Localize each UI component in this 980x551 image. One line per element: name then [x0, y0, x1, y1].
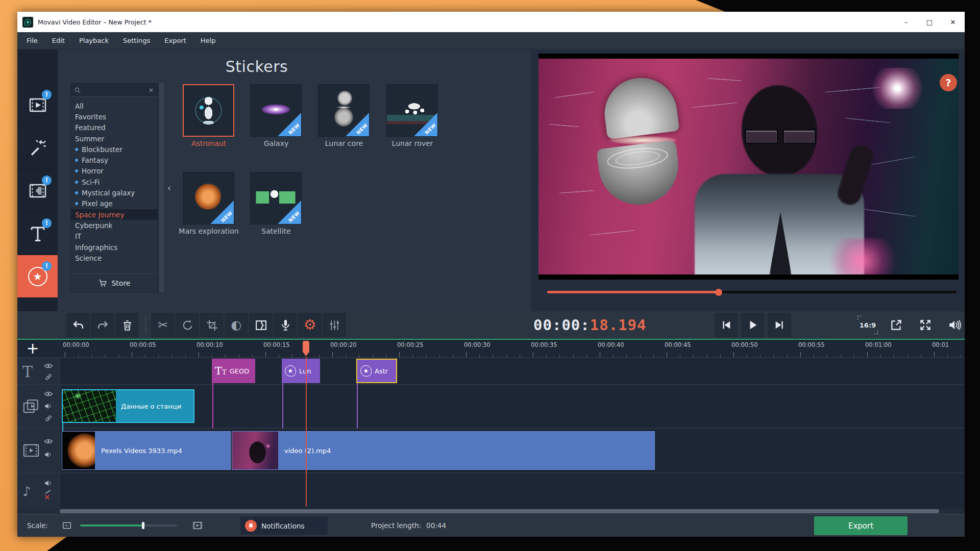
next-frame-button[interactable] — [768, 313, 791, 337]
sidebar-item-titles[interactable]: ! — [17, 212, 58, 255]
unlink-audio-icon[interactable]: ✕ — [44, 493, 51, 502]
play-button[interactable] — [741, 313, 765, 337]
menu-playback[interactable]: Playback — [72, 32, 116, 49]
undo-button[interactable] — [66, 313, 90, 337]
notifications-button[interactable]: Notifications — [240, 517, 328, 535]
audio-track-row: ♪ ✕ — [17, 472, 965, 509]
sticker-clip-lun[interactable]: ★ Lun — [282, 359, 320, 383]
detach-preview-button[interactable] — [887, 316, 906, 334]
color-adjust-button[interactable]: ◐ — [225, 313, 248, 337]
sidebar-item-transitions[interactable]: ! — [17, 169, 58, 212]
collapse-panel-button[interactable]: ‹ — [165, 83, 174, 292]
category-infographics[interactable]: Infographics — [71, 242, 158, 253]
search-input[interactable] — [81, 87, 148, 94]
title-track-icon: T — [22, 362, 33, 380]
volume-button[interactable] — [945, 316, 964, 334]
seek-bar[interactable] — [547, 291, 957, 293]
settings-button[interactable]: ⚙ — [298, 313, 322, 337]
video-clip-video2[interactable]: video (2).mp4 — [232, 431, 655, 470]
audio-track-header[interactable]: ♪ ✕ — [17, 473, 60, 509]
zoom-out-icon[interactable] — [60, 520, 74, 531]
overlay-track-header[interactable] — [17, 385, 60, 428]
title-track-header[interactable]: T — [17, 358, 60, 384]
sticker-clip-astr[interactable]: ★ Astr — [356, 359, 397, 383]
bullet-icon — [75, 169, 78, 172]
rotate-button[interactable] — [176, 313, 199, 337]
delete-button[interactable] — [115, 313, 139, 337]
menu-help[interactable]: Help — [193, 32, 223, 49]
scrollbar-thumb[interactable] — [60, 509, 939, 513]
category-it[interactable]: IT — [71, 231, 158, 242]
category-favorites[interactable]: Favorites — [71, 111, 158, 122]
clip-thumbnail — [62, 432, 95, 469]
category-label: Summer — [75, 135, 104, 143]
close-button[interactable]: ✕ — [941, 12, 965, 32]
speaker-icon[interactable] — [44, 479, 54, 488]
video-clip-pexels[interactable]: Pexels Videos 3933.mp4 — [62, 431, 231, 470]
aspect-ratio-button[interactable]: 16:9 — [857, 316, 878, 334]
link-icon[interactable] — [44, 414, 54, 423]
category-space-journey[interactable]: Space Journey — [71, 209, 158, 220]
category-summer[interactable]: Summer — [71, 133, 158, 144]
sidebar-item-filters[interactable] — [17, 127, 58, 169]
text-clip-geod[interactable]: TT GEOD — [212, 359, 255, 383]
speaker-icon[interactable] — [44, 402, 54, 411]
menu-edit[interactable]: Edit — [45, 32, 72, 49]
eye-icon[interactable] — [44, 390, 54, 399]
sticker-mars-exploration[interactable]: NEWMars exploration — [183, 172, 235, 236]
eye-icon[interactable] — [44, 437, 54, 446]
sticker-lunar-rover[interactable]: NEWLunar rover — [386, 84, 438, 148]
category-sci-fi[interactable]: Sci-Fi — [71, 177, 158, 187]
sticker-lunar-core[interactable]: NEWLunar core — [318, 84, 370, 148]
sticker-satellite[interactable]: NEWSatellite — [250, 172, 302, 236]
menu-export[interactable]: Export — [157, 32, 193, 49]
more-tools-button[interactable] — [323, 313, 346, 337]
category-mystical-galaxy[interactable]: Mystical galaxy — [71, 187, 158, 198]
redo-button[interactable] — [91, 313, 114, 337]
category-featured[interactable]: Featured — [71, 122, 158, 133]
category-pixel-age[interactable]: Pixel age — [71, 198, 158, 209]
category-blockbuster[interactable]: Blockbuster — [71, 144, 158, 155]
new-badge: NEW — [346, 113, 369, 136]
category-science[interactable]: Science — [71, 253, 158, 263]
ruler-tick — [867, 352, 868, 357]
category-horror[interactable]: Horror — [71, 166, 158, 177]
maximize-button[interactable]: □ — [918, 12, 941, 32]
speaker-icon[interactable] — [44, 450, 54, 460]
minimize-button[interactable]: – — [894, 12, 918, 32]
fullscreen-button[interactable] — [916, 316, 935, 334]
add-track-button[interactable] — [22, 340, 43, 357]
menu-settings[interactable]: Settings — [116, 32, 157, 49]
sticker-galaxy[interactable]: NEWGalaxy — [250, 84, 302, 148]
sidebar-item-stickers[interactable]: ★ ! — [17, 255, 58, 298]
previous-frame-button[interactable] — [715, 313, 738, 337]
link-icon[interactable] — [44, 373, 54, 382]
eye-icon[interactable] — [44, 362, 54, 371]
export-button[interactable]: Export — [814, 516, 908, 535]
clear-search-icon[interactable]: ✕ — [148, 87, 155, 94]
sticker-astronaut[interactable]: Astronaut — [183, 84, 235, 148]
sidebar-item-media[interactable]: ! — [17, 84, 58, 127]
split-button[interactable]: ✂ — [151, 313, 175, 337]
horizontal-scrollbar[interactable] — [17, 509, 965, 514]
record-voice-button[interactable] — [274, 313, 297, 337]
help-button[interactable]: ? — [940, 74, 957, 91]
overlay-clip[interactable]: Данные о станци — [62, 389, 194, 423]
zoom-in-icon[interactable] — [191, 520, 204, 531]
timeline-ruler[interactable]: 00:00:0000:00:0500:00:1000:00:1500:00:20… — [17, 340, 965, 357]
scale-slider-handle[interactable] — [142, 522, 144, 529]
video-track-icon — [22, 443, 40, 458]
category-all[interactable]: All — [71, 101, 158, 111]
category-scrollbar[interactable] — [159, 83, 164, 292]
category-fantasy[interactable]: Fantasy — [71, 155, 158, 165]
search-icon — [74, 87, 81, 94]
transition-wizard-button[interactable] — [249, 313, 273, 337]
menu-file[interactable]: File — [19, 32, 45, 49]
seek-handle[interactable] — [715, 289, 722, 296]
category-cyberpunk[interactable]: Cyberpunk — [71, 220, 158, 231]
video-track-header[interactable] — [17, 429, 60, 472]
ruler-label: 00:01:00 — [865, 341, 892, 348]
crop-button[interactable] — [200, 313, 224, 337]
store-button[interactable]: Store — [71, 273, 158, 292]
scale-slider[interactable] — [80, 524, 177, 527]
